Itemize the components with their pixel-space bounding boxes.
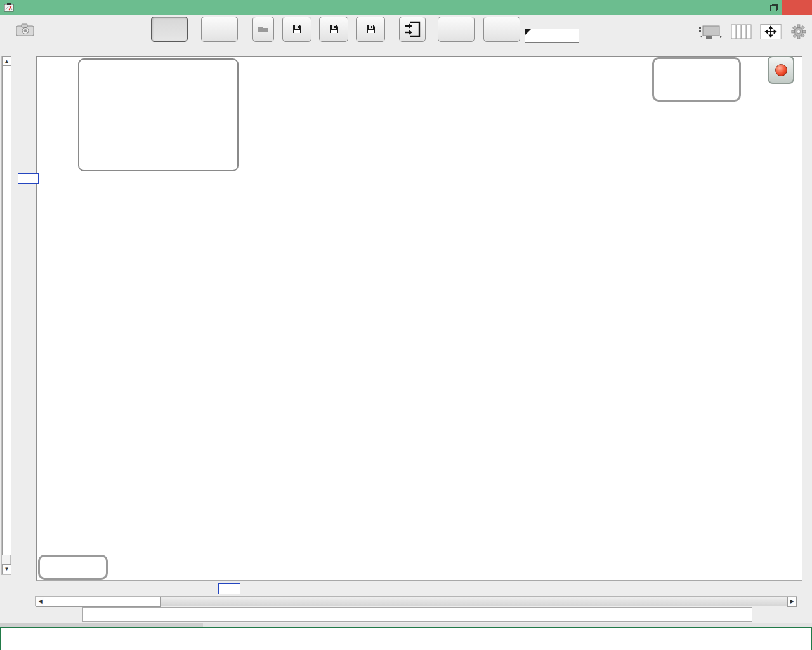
- distortion-info-box: [78, 58, 239, 171]
- status-strip: [0, 623, 812, 627]
- save-both-button[interactable]: [356, 17, 385, 42]
- show-distortion-button[interactable]: [151, 17, 188, 42]
- horizontal-scrollbar-thumb[interactable]: [44, 597, 161, 607]
- legend-bar: [82, 607, 752, 622]
- floppy-icon: [329, 25, 339, 34]
- reset-averaging-button[interactable]: [201, 17, 238, 42]
- settings-gear-icon[interactable]: [790, 24, 807, 39]
- record-button[interactable]: [768, 56, 794, 84]
- bands-icon[interactable]: [731, 24, 752, 39]
- cursor-level-box: [18, 173, 39, 184]
- background-window-edge: [0, 627, 812, 650]
- camera-icon[interactable]: [16, 23, 35, 37]
- signal-input-button[interactable]: [399, 17, 426, 42]
- fs-sine-corner-marker: [525, 29, 531, 35]
- horizontal-scrollbar[interactable]: ◀ ▶: [35, 596, 797, 606]
- scroll-right-button[interactable]: ▶: [787, 597, 797, 607]
- maximize-icon: [770, 5, 777, 11]
- scroll-down-button[interactable]: ▼: [2, 564, 11, 574]
- vertical-scrollbar[interactable]: ▲ ▼: [1, 56, 11, 575]
- minimize-button[interactable]: [749, 0, 765, 15]
- cursor-readout: [79, 64, 237, 76]
- save-current-button[interactable]: [282, 17, 311, 42]
- title-bar: [0, 0, 812, 15]
- cursor-frequency-box: [218, 583, 240, 594]
- display-layout-icon[interactable]: [698, 24, 723, 39]
- spectrum-analyzer-app: { "window": { "title": "MICROPHONE (Обща…: [0, 0, 812, 650]
- span-readout: [79, 76, 237, 88]
- input-routing-icon: [403, 20, 421, 38]
- folder-icon: [258, 25, 269, 33]
- floppy-icon: [292, 25, 302, 34]
- stepped-sine-button[interactable]: [438, 17, 475, 42]
- level-reading-box: [652, 57, 741, 102]
- save-peak-button[interactable]: [319, 17, 348, 42]
- pan-arrows-icon[interactable]: [759, 24, 782, 39]
- vertical-scrollbar-thumb[interactable]: [2, 65, 11, 555]
- close-button[interactable]: [782, 0, 812, 15]
- averages-badge: [38, 555, 108, 580]
- maximize-button[interactable]: [765, 0, 782, 15]
- wav-button[interactable]: [252, 17, 274, 42]
- window-title: [0, 0, 710, 15]
- floppy-icon: [366, 25, 376, 34]
- record-icon: [775, 64, 787, 76]
- calibrate-level-button[interactable]: [483, 17, 520, 42]
- fs-sine-input[interactable]: [525, 29, 579, 43]
